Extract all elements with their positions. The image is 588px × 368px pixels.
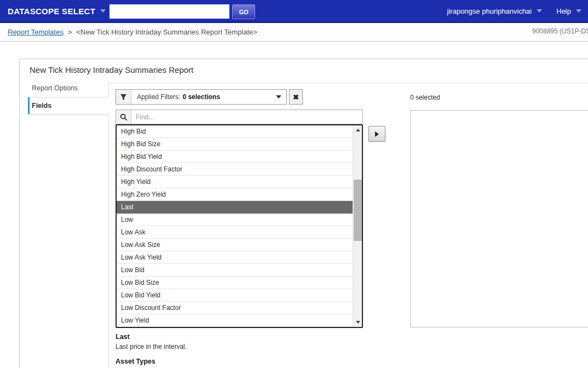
breadcrumb-separator: > bbox=[68, 28, 72, 36]
user-menu[interactable]: jirapongse phuriphanvichai bbox=[447, 7, 543, 15]
list-item[interactable]: High Bid bbox=[117, 125, 353, 138]
fields-panel: Applied Filters: 0 selections ✖ 0 select… bbox=[108, 83, 588, 368]
list-item[interactable]: Low bbox=[117, 214, 353, 226]
scrollbar-thumb[interactable] bbox=[354, 180, 362, 241]
field-rows: High Bid High Bid Size High Bid Yield Hi… bbox=[117, 125, 353, 327]
list-scrollbar[interactable] bbox=[353, 125, 362, 327]
chevron-down-icon bbox=[100, 9, 106, 13]
brand-label: DATASCOPE SELECT bbox=[8, 7, 95, 16]
breadcrumb-link-report-templates[interactable]: Report Templates bbox=[8, 28, 64, 36]
close-icon: ✖ bbox=[293, 93, 299, 101]
move-right-icon bbox=[375, 131, 379, 137]
sidebar-item-fields[interactable]: Fields bbox=[28, 97, 109, 114]
list-item[interactable]: Low Ask Yield bbox=[117, 251, 353, 264]
scroll-down-button[interactable] bbox=[353, 318, 362, 327]
list-item[interactable]: High Zero Yield bbox=[117, 188, 353, 201]
selected-count-label: 0 selected bbox=[410, 94, 440, 101]
arrow-down-icon bbox=[356, 321, 360, 324]
field-description-term: Last bbox=[116, 333, 130, 341]
datascope-select-app: DATASCOPE SELECT GO jirapongse phuriphan… bbox=[0, 0, 588, 368]
add-field-button[interactable] bbox=[368, 126, 385, 142]
list-item[interactable]: Low Bid bbox=[117, 264, 353, 277]
list-item[interactable]: High Yield bbox=[117, 176, 353, 188]
filter-icon bbox=[116, 90, 131, 104]
list-item[interactable]: Low Yield bbox=[117, 314, 353, 327]
selected-fields-panel bbox=[410, 110, 588, 327]
chevron-down-icon bbox=[576, 9, 581, 13]
breadcrumb-current: <New Tick History Intraday Summaries Rep… bbox=[76, 28, 257, 36]
help-label: Help bbox=[556, 7, 571, 15]
page-title: New Tick History Intraday Summaries Repo… bbox=[30, 65, 193, 74]
field-description-text: Last price in the interval. bbox=[116, 343, 187, 350]
applied-filters-dropdown[interactable]: Applied Filters: 0 selections bbox=[116, 89, 287, 105]
top-navigation-bar: DATASCOPE SELECT GO jirapongse phuriphan… bbox=[0, 0, 588, 23]
breadcrumb: Report Templates > <New Tick History Int… bbox=[8, 23, 257, 41]
list-item[interactable]: High Bid Size bbox=[117, 138, 353, 151]
account-id-label: 9008895 (US1P-DS bbox=[532, 27, 588, 35]
go-button[interactable]: GO bbox=[232, 4, 255, 19]
list-item[interactable]: Low Ask Size bbox=[117, 239, 353, 251]
find-field-box bbox=[116, 110, 363, 124]
breadcrumb-bar: Report Templates > <New Tick History Int… bbox=[0, 23, 588, 42]
applied-filters-label: Applied Filters: bbox=[137, 93, 180, 101]
asset-types-heading: Asset Types bbox=[116, 358, 155, 365]
brand-menu[interactable]: DATASCOPE SELECT bbox=[8, 0, 106, 22]
list-item[interactable]: Low Discount Factor bbox=[117, 302, 353, 314]
list-item[interactable]: Low Ask bbox=[117, 226, 353, 239]
help-menu[interactable]: Help bbox=[556, 7, 581, 15]
find-input[interactable] bbox=[131, 110, 362, 124]
tab-border-gap bbox=[108, 97, 109, 114]
user-name-label: jirapongse phuriphanvichai bbox=[447, 7, 532, 15]
topbar-right-group: jirapongse phuriphanvichai Help bbox=[447, 0, 581, 22]
applied-filters-value: 0 selections bbox=[182, 93, 220, 101]
clear-filters-button[interactable]: ✖ bbox=[289, 89, 303, 105]
arrow-up-icon bbox=[356, 129, 360, 131]
list-item-selected[interactable]: Last bbox=[117, 201, 353, 214]
sidebar-item-report-options[interactable]: Report Options bbox=[32, 84, 78, 92]
chevron-down-icon bbox=[537, 9, 542, 13]
available-fields-list: High Bid High Bid Size High Bid Yield Hi… bbox=[116, 124, 363, 328]
list-item[interactable]: High Bid Yield bbox=[117, 151, 353, 163]
list-item[interactable]: Low Bid Size bbox=[117, 277, 353, 289]
scroll-up-button[interactable] bbox=[353, 125, 362, 135]
global-search-input[interactable] bbox=[109, 4, 229, 19]
report-template-card: New Tick History Intraday Summaries Repo… bbox=[19, 59, 588, 368]
search-icon bbox=[116, 110, 131, 124]
list-item[interactable]: Low Bid Yield bbox=[117, 289, 353, 302]
list-item[interactable]: High Discount Factor bbox=[117, 163, 353, 176]
chevron-down-icon bbox=[276, 95, 281, 99]
